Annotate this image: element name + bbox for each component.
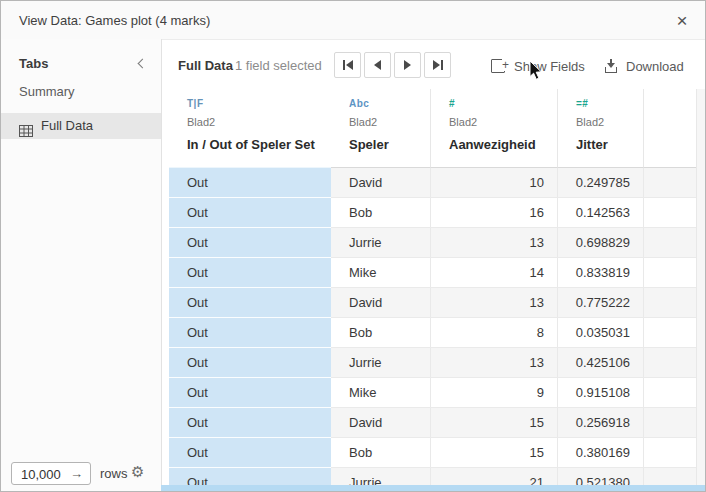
cell-aanwezigheid: 15 xyxy=(431,438,558,468)
column-header-aanwezigheid[interactable]: #Blad2Aanwezigheid xyxy=(431,89,558,168)
field-source: Blad2 xyxy=(449,116,557,128)
show-fields-label: Show Fields xyxy=(514,59,585,74)
settings-gear-icon[interactable]: ⚙ xyxy=(131,463,144,481)
table-grid-icon xyxy=(19,120,33,146)
column-header-speler[interactable]: AbcBlad2Speler xyxy=(331,89,431,168)
horizontal-scrollbar[interactable] xyxy=(161,485,705,491)
vertical-scrollbar[interactable] xyxy=(696,89,705,485)
first-page-icon xyxy=(343,60,345,70)
cell-in-out-of-speler-set: Out xyxy=(169,228,331,258)
previous-page-button[interactable] xyxy=(364,52,391,78)
apply-row-count-icon[interactable]: → xyxy=(70,466,83,481)
cell-speler: Mike xyxy=(331,258,431,288)
cell-empty xyxy=(644,408,697,438)
cell-empty xyxy=(644,438,697,468)
cell-jitter: 0.698829 xyxy=(558,228,644,258)
column-header-in-out-of-speler-set[interactable]: T|FBlad2In / Out of Speler Set xyxy=(169,89,331,168)
download-button[interactable]: Download xyxy=(605,56,684,76)
boolean-type-icon: T|F xyxy=(187,98,331,113)
cell-in-out-of-speler-set: Out xyxy=(169,168,331,198)
download-icon xyxy=(605,59,617,73)
rows-label: rows xyxy=(100,466,127,481)
table-body: OutDavid100.249785OutBob160.142563OutJur… xyxy=(169,168,697,491)
cell-empty xyxy=(644,258,697,288)
view-data-window: View Data: Games plot (4 marks) × Tabs S… xyxy=(0,0,706,492)
cell-speler: David xyxy=(331,288,431,318)
cell-jitter: 0.249785 xyxy=(558,168,644,198)
download-label: Download xyxy=(626,59,684,74)
show-fields-icon: + xyxy=(491,59,505,73)
cell-speler: Jurrie xyxy=(331,228,431,258)
table-row: OutDavid150.256918 xyxy=(169,408,697,438)
close-button[interactable]: × xyxy=(669,8,695,34)
cell-jitter: 0.380169 xyxy=(558,438,644,468)
cell-speler: Bob xyxy=(331,438,431,468)
cell-in-out-of-speler-set: Out xyxy=(169,288,331,318)
field-name: Aanwezigheid xyxy=(449,137,557,152)
selection-status: 1 field selected xyxy=(235,58,322,73)
cell-empty xyxy=(644,198,697,228)
next-page-button[interactable] xyxy=(394,52,421,78)
cell-empty xyxy=(644,348,697,378)
row-count-input[interactable]: 10,000 → xyxy=(11,462,91,485)
cell-in-out-of-speler-set: Out xyxy=(169,198,331,228)
sidebar-item-label: Summary xyxy=(19,84,75,99)
table-row: OutMike90.915108 xyxy=(169,378,697,408)
table-row: OutJurrie130.425106 xyxy=(169,348,697,378)
cell-in-out-of-speler-set: Out xyxy=(169,378,331,408)
field-name: Speler xyxy=(349,137,430,152)
cell-in-out-of-speler-set: Out xyxy=(169,258,331,288)
last-page-button[interactable] xyxy=(424,52,451,78)
cell-in-out-of-speler-set: Out xyxy=(169,348,331,378)
cell-in-out-of-speler-set: Out xyxy=(169,438,331,468)
column-header-jitter[interactable]: =#Blad2Jitter xyxy=(558,89,644,168)
first-page-button[interactable] xyxy=(334,52,361,78)
title-bar: View Data: Games plot (4 marks) × xyxy=(1,1,705,40)
last-page-icon xyxy=(433,60,440,70)
field-name: Jitter xyxy=(576,137,643,152)
tabs-header: Tabs xyxy=(19,56,48,71)
cell-empty xyxy=(644,318,697,348)
string-type-icon: Abc xyxy=(349,98,430,113)
cell-aanwezigheid: 10 xyxy=(431,168,558,198)
cell-aanwezigheid: 15 xyxy=(431,408,558,438)
collapse-sidebar-button[interactable] xyxy=(136,58,148,70)
cell-aanwezigheid: 8 xyxy=(431,318,558,348)
mouse-cursor xyxy=(529,61,543,81)
table-header-row: T|FBlad2In / Out of Speler SetAbcBlad2Sp… xyxy=(169,89,697,168)
sidebar-item-label: Full Data xyxy=(41,118,93,133)
cell-speler: Mike xyxy=(331,378,431,408)
cell-aanwezigheid: 16 xyxy=(431,198,558,228)
table-row: OutJurrie130.698829 xyxy=(169,228,697,258)
sidebar-item-full-data[interactable]: Full Data xyxy=(1,113,161,139)
field-source: Blad2 xyxy=(187,116,331,128)
cell-empty xyxy=(644,168,697,198)
cell-in-out-of-speler-set: Out xyxy=(169,318,331,348)
next-page-icon xyxy=(404,60,411,70)
table-row: OutMike140.833819 xyxy=(169,258,697,288)
cell-aanwezigheid: 13 xyxy=(431,348,558,378)
cell-speler: David xyxy=(331,408,431,438)
cell-speler: David xyxy=(331,168,431,198)
cell-jitter: 0.833819 xyxy=(558,258,644,288)
cell-aanwezigheid: 13 xyxy=(431,228,558,258)
table-row: OutBob80.035031 xyxy=(169,318,697,348)
cell-empty xyxy=(644,288,697,318)
cell-aanwezigheid: 9 xyxy=(431,378,558,408)
cell-in-out-of-speler-set: Out xyxy=(169,408,331,438)
row-count-value: 10,000 xyxy=(21,467,61,482)
column-header-empty xyxy=(644,89,697,168)
table-row: OutBob150.380169 xyxy=(169,438,697,468)
sidebar-item-summary[interactable]: Summary xyxy=(1,79,161,105)
cell-jitter: 0.425106 xyxy=(558,348,644,378)
window-title: View Data: Games plot (4 marks) xyxy=(19,13,210,28)
tabs-sidebar: Tabs Summary Full Data 10,000 → rows ⚙ xyxy=(1,39,162,491)
table-row: OutDavid130.775222 xyxy=(169,288,697,318)
cell-jitter: 0.035031 xyxy=(558,318,644,348)
data-table: T|FBlad2In / Out of Speler SetAbcBlad2Sp… xyxy=(169,89,697,491)
number-type-icon: # xyxy=(449,98,557,113)
cell-speler: Jurrie xyxy=(331,348,431,378)
cell-jitter: 0.775222 xyxy=(558,288,644,318)
calculated-type-icon: =# xyxy=(576,98,643,113)
cell-jitter: 0.915108 xyxy=(558,378,644,408)
